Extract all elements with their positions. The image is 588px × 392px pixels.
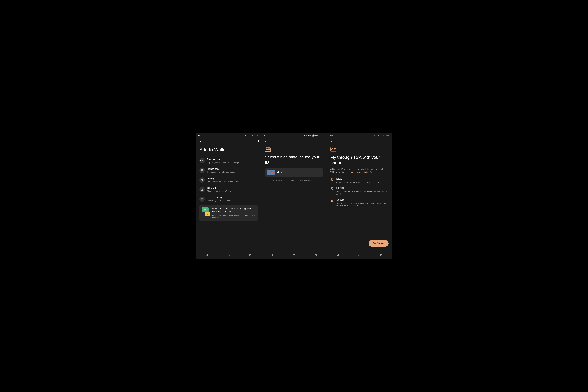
nav-bar-3: ✕ bbox=[327, 138, 392, 145]
notif-dot-3: • bbox=[382, 135, 382, 137]
notif-twitter-2: 𝕏 bbox=[306, 135, 308, 137]
get-started-button[interactable]: Get Started bbox=[368, 240, 388, 247]
promo-desc: Look for the "Add to Google Wallet" butt… bbox=[212, 214, 256, 219]
screens-container: 8:53 M 𝕏 M ⊙ • ▾ ▪▪▪ 49% ✕ Add to Wallet bbox=[196, 133, 392, 259]
status-icons-1: M 𝕏 M ⊙ • ▾ ▪▪▪ 49% bbox=[243, 135, 259, 137]
status-bar-1: 8:53 M 𝕏 M ⊙ • ▾ ▪▪▪ 49% bbox=[196, 133, 261, 138]
promo-title: Want to add COVID cards, boarding passes… bbox=[212, 207, 256, 213]
notif-m1: M bbox=[243, 135, 244, 137]
phone-icon bbox=[330, 178, 334, 181]
status-bar-2: 8:47 M 𝕏 M ⊙ T M ▾ ▪▪▪ 50% bbox=[262, 133, 326, 138]
feature-easy: Easy At the TSA checkpoint, just tap, re… bbox=[330, 177, 388, 184]
gift-card-text: Gift card Shop and pay with a gift card bbox=[207, 187, 231, 192]
shield-icon bbox=[330, 187, 334, 190]
id-card-desc: Verify it's you with your phone bbox=[207, 200, 232, 202]
secure-text: Secure Your ID is securely encrypted and… bbox=[336, 198, 388, 207]
fly-title: Fly through TSA with your phone bbox=[330, 154, 388, 166]
home-button-3[interactable] bbox=[357, 253, 362, 257]
back-button-1[interactable] bbox=[205, 253, 209, 257]
screen-fly-tsa: 8:47 M 𝕏 M ⊙ • ▾ ▪▪▪ 50% ✕ bbox=[327, 133, 392, 259]
status-icons-2: M 𝕏 M ⊙ T M ▾ ▪▪▪ 50% bbox=[304, 134, 324, 137]
id-icon-screen3 bbox=[330, 147, 388, 152]
wifi-icon-2: ▾ bbox=[317, 135, 318, 137]
screen1-content: Add to Wallet G Pay Payment card Pay eve… bbox=[196, 145, 261, 252]
id-card-icon-orange bbox=[265, 147, 271, 152]
btn-row: Get Started bbox=[330, 239, 388, 249]
svg-point-6 bbox=[332, 148, 333, 150]
home-button-1[interactable] bbox=[226, 253, 231, 257]
payment-card-label: Payment card bbox=[207, 158, 241, 161]
battery-3: 50% bbox=[386, 135, 390, 136]
menu-item-id-card[interactable]: ID Card (beta) Verify it's you with your… bbox=[200, 194, 258, 204]
id-card-text: ID Card (beta) Verify it's you with your… bbox=[207, 196, 232, 202]
loyalty-text: Loyalty Earn and use your rewards and po… bbox=[207, 177, 239, 183]
id-card-label: ID Card (beta) bbox=[207, 196, 232, 199]
notif-twitter1: 𝕏 bbox=[245, 135, 246, 137]
screen-select-state: 8:47 M 𝕏 M ⊙ T M ▾ ▪▪▪ 50% ✕ bbox=[262, 133, 327, 259]
menu-item-loyalty[interactable]: Loyalty Earn and use your rewards and po… bbox=[200, 175, 258, 185]
nav-bar-1: ✕ bbox=[196, 138, 261, 145]
status-bar-3: 8:47 M 𝕏 M ⊙ • ▾ ▪▪▪ 50% bbox=[327, 133, 392, 138]
battery-1: 49% bbox=[256, 135, 259, 136]
menu-item-transit-pass[interactable]: Transit pass Get around town with your p… bbox=[200, 166, 258, 175]
promo-card[interactable]: $ Want to add COVID cards, boarding pass… bbox=[200, 205, 258, 221]
payment-card-desc: Pay everywhere Google Pay is accepted bbox=[207, 161, 241, 164]
svg-point-1 bbox=[266, 149, 268, 150]
feature-private: Private You control what's shared from y… bbox=[330, 186, 388, 195]
screen3-content: Fly through TSA with your phone Add a st… bbox=[327, 145, 392, 252]
recents-button-2[interactable] bbox=[314, 253, 318, 257]
back-button-2[interactable] bbox=[270, 253, 274, 257]
menu-item-gift-card[interactable]: Gift card Shop and pay with a gift card bbox=[200, 185, 258, 194]
secure-title: Secure bbox=[336, 198, 388, 201]
crab-emoji: 🦀 bbox=[269, 171, 273, 174]
transit-pass-desc: Get around town with your phone bbox=[207, 171, 235, 173]
transit-pass-text: Transit pass Get around town with your p… bbox=[207, 168, 235, 173]
battery-2: 50% bbox=[321, 135, 324, 136]
gmail-m-2: M bbox=[315, 135, 317, 137]
recents-button-3[interactable] bbox=[379, 253, 383, 257]
gpay-text: G Pay bbox=[200, 160, 204, 161]
transit-icon bbox=[200, 168, 205, 173]
fly-desc: Add a state ID or driver's license to Wa… bbox=[330, 168, 388, 174]
home-button-2[interactable] bbox=[292, 253, 296, 257]
wifi-icon-1: ▾ bbox=[252, 135, 253, 137]
gift-card-desc: Shop and pay with a gift card bbox=[207, 190, 231, 192]
wifi-icon-3: ▾ bbox=[383, 135, 384, 137]
time-1: 8:53 bbox=[198, 135, 202, 137]
comment-button-1[interactable] bbox=[256, 140, 259, 144]
promo-image: $ bbox=[202, 207, 210, 216]
avatar-2: T bbox=[312, 134, 315, 137]
state-name-maryland: Maryland bbox=[277, 171, 288, 174]
time-3: 8:47 bbox=[329, 135, 333, 137]
screen-add-to-wallet: 8:53 M 𝕏 M ⊙ • ▾ ▪▪▪ 49% ✕ Add to Wallet bbox=[196, 133, 262, 259]
promo-text-group: Want to add COVID cards, boarding passes… bbox=[212, 207, 256, 219]
promo-card-green bbox=[202, 207, 209, 212]
bottom-nav-1 bbox=[196, 252, 261, 259]
back-button-3[interactable] bbox=[336, 253, 340, 257]
screen2-content: Select which state issued your ID 🦀 Mary… bbox=[262, 145, 326, 252]
id-card-menu-icon bbox=[200, 196, 205, 202]
easy-text: Easy At the TSA checkpoint, just tap, re… bbox=[336, 177, 388, 184]
close-button-1[interactable]: ✕ bbox=[198, 140, 202, 144]
secure-desc: Your ID is securely encrypted and saved … bbox=[336, 202, 388, 207]
recents-button-1[interactable] bbox=[248, 253, 252, 257]
close-button-2[interactable]: ✕ bbox=[264, 140, 268, 144]
signal-icon-2: ▪▪▪ bbox=[319, 135, 320, 136]
menu-item-payment-card[interactable]: G Pay Payment card Pay everywhere Google… bbox=[200, 156, 258, 166]
svg-rect-0 bbox=[266, 148, 270, 151]
close-button-3[interactable]: ✕ bbox=[329, 140, 333, 144]
nav-bar-2: ✕ bbox=[262, 138, 326, 145]
loyalty-desc: Earn and use your rewards and points bbox=[207, 180, 239, 183]
feature-secure: Secure Your ID is securely encrypted and… bbox=[330, 198, 388, 207]
easy-title: Easy bbox=[336, 177, 388, 180]
notif-twitter-3: 𝕏 bbox=[376, 135, 377, 137]
coming-soon-text: Don't see your state? More states are co… bbox=[265, 179, 323, 181]
signal-icon-3: ▪▪▪ bbox=[384, 135, 386, 136]
state-card-maryland[interactable]: 🦀 Maryland bbox=[265, 168, 323, 177]
learn-more-link[interactable]: Learn more about digital IDs bbox=[346, 171, 372, 174]
gpay-icon: G Pay bbox=[200, 158, 205, 163]
loyalty-icon bbox=[200, 178, 205, 183]
notif-m-3b: M bbox=[378, 135, 379, 137]
notif-target1: ⊙ bbox=[249, 135, 250, 137]
private-text: Private You control what's shared from y… bbox=[336, 186, 388, 195]
